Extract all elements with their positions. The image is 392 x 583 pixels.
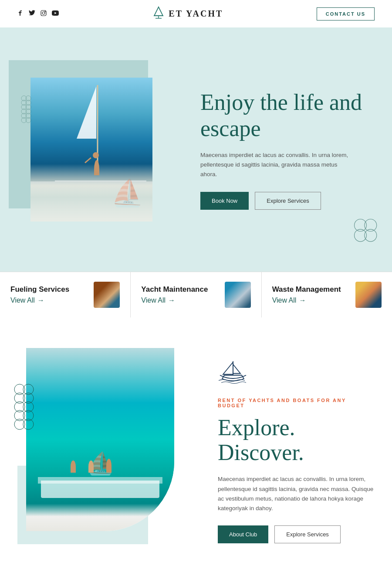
logo-text: ET YACHT xyxy=(169,9,223,19)
arrow-icon-3: → xyxy=(299,297,306,304)
view-all-fueling[interactable]: View All → xyxy=(10,297,69,304)
service-thumb-maintenance xyxy=(225,282,251,308)
arrow-icon-2: → xyxy=(168,297,175,304)
services-bar: Fueling Services View All → Yacht Mainte… xyxy=(0,272,392,317)
logo-icon xyxy=(152,6,165,21)
service-thumb-fueling xyxy=(94,282,120,308)
about-club-button[interactable]: About Club xyxy=(218,525,268,543)
hero-buttons: Book Now Explore Services xyxy=(200,192,375,210)
view-all-waste[interactable]: View All → xyxy=(272,297,341,304)
ornament-left xyxy=(13,95,44,127)
ornament-right xyxy=(353,218,383,250)
explore-description: Maecenas imperdiet ac lacus ac convallis… xyxy=(218,474,375,513)
service-item-waste[interactable]: Waste Management View All → xyxy=(262,272,392,317)
explore-ornament-left xyxy=(13,383,39,437)
contact-button[interactable]: CONTACT US xyxy=(317,7,375,20)
hero-image xyxy=(30,78,152,222)
hero-description: Maecenas imperdiet ac lacus ac convallis… xyxy=(200,150,348,180)
logo: ET YACHT xyxy=(152,6,223,21)
boat-icon xyxy=(218,357,375,389)
instagram-icon[interactable] xyxy=(41,10,47,18)
explore-image-wrap: ⛵ xyxy=(26,348,192,531)
service-title-waste: Waste Management xyxy=(272,285,341,294)
hero-section: Enjoy the life and escape Maecenas imper… xyxy=(0,27,392,272)
hero-title: Enjoy the life and escape xyxy=(200,89,375,142)
explore-title: Explore. Discover. xyxy=(218,415,375,465)
social-icons xyxy=(17,10,59,18)
service-item-fueling[interactable]: Fueling Services View All → xyxy=(0,272,131,317)
explore-subtitle: RENT OF YACHTS AND BOATS FOR ANY BUDGET xyxy=(218,398,375,408)
service-title-maintenance: Yacht Maintenance xyxy=(141,285,208,294)
explore-image: ⛵ xyxy=(26,348,174,531)
explore-section: ⛵ xyxy=(0,317,392,574)
youtube-icon[interactable] xyxy=(52,10,59,17)
explore-services-button[interactable]: Explore Services xyxy=(255,192,321,210)
hero-content: Enjoy the life and escape Maecenas imper… xyxy=(174,89,375,209)
arrow-icon: → xyxy=(37,297,44,304)
header: ET YACHT CONTACT US xyxy=(0,0,392,27)
book-now-button[interactable]: Book Now xyxy=(200,192,249,210)
service-thumb-waste xyxy=(355,282,382,308)
svg-point-1 xyxy=(42,12,45,14)
view-all-maintenance[interactable]: View All → xyxy=(141,297,208,304)
twitter-icon[interactable] xyxy=(29,10,35,17)
svg-marker-3 xyxy=(154,7,163,16)
explore-buttons: About Club Explore Services xyxy=(218,525,375,543)
service-item-maintenance[interactable]: Yacht Maintenance View All → xyxy=(131,272,261,317)
service-title-fueling: Fueling Services xyxy=(10,285,69,294)
explore-services-button-2[interactable]: Explore Services xyxy=(274,525,341,543)
explore-content: RENT OF YACHTS AND BOATS FOR ANY BUDGET … xyxy=(218,348,375,543)
svg-point-2 xyxy=(45,11,45,11)
facebook-icon[interactable] xyxy=(17,10,24,18)
hero-image-wrap xyxy=(17,69,174,230)
